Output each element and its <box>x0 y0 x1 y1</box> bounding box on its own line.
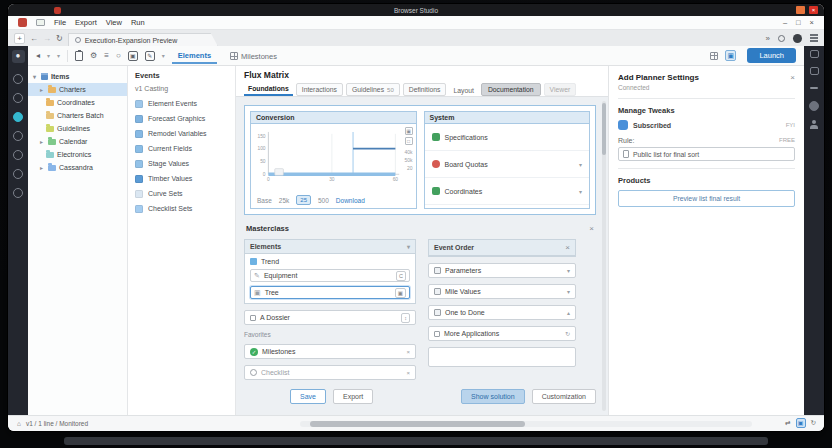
dossier-checkbox-row[interactable]: A Dossier ↕ <box>244 310 416 325</box>
tree-item-guidelines[interactable]: Guidelines <box>28 122 127 135</box>
canvas-scrollbar[interactable] <box>602 101 606 411</box>
system-row-board-quotas[interactable]: Board Quotas ▾ <box>425 151 590 178</box>
chevron-down-icon[interactable]: ▾ <box>579 161 582 168</box>
browser-menu-icon[interactable] <box>810 37 818 38</box>
tree-item-charters[interactable]: ▸ Charters <box>28 83 127 96</box>
profile-icon[interactable] <box>778 35 785 42</box>
tab-guidelines[interactable]: Guidelines 50 <box>346 83 400 96</box>
stepper[interactable]: ↕ <box>401 313 410 323</box>
subscribed-row[interactable]: Subscribed FYI <box>618 120 795 130</box>
layout-toggle-icon[interactable] <box>710 52 718 60</box>
system-panel-header[interactable]: System <box>425 112 590 124</box>
list-item[interactable]: Curve Sets <box>135 186 228 201</box>
nav-forward-icon[interactable]: → <box>43 34 51 43</box>
toolbar-tab-milestones[interactable]: Milestones <box>224 49 283 63</box>
activity-extra-icon[interactable] <box>13 188 23 198</box>
download-link[interactable]: Download <box>336 197 365 204</box>
remove-icon[interactable]: × <box>406 349 410 355</box>
footer-base[interactable]: Base <box>257 197 272 204</box>
chart-expand-icon[interactable]: ▣ <box>405 127 413 135</box>
focus-mode-icon[interactable] <box>809 101 819 111</box>
code-icon[interactable]: ✎ <box>145 51 155 61</box>
tree-item-coordinates[interactable]: Coordinates <box>28 96 127 109</box>
sync-icon[interactable]: ↻ <box>811 419 816 427</box>
feedback-icon[interactable] <box>810 67 819 75</box>
tree-field[interactable]: ▣ Tree ▣ <box>250 286 410 299</box>
tab-foundations[interactable]: Foundations <box>244 83 293 96</box>
chevron-down-icon[interactable]: ▾ <box>579 188 582 195</box>
launch-button[interactable]: Launch <box>747 48 796 63</box>
caret-right-icon[interactable]: ▸ <box>40 138 45 145</box>
system-row-coordinates[interactable]: Coordinates ▾ <box>425 178 590 205</box>
tree-item-cassandra[interactable]: ▸ Cassandra <box>28 161 127 174</box>
user-icon[interactable] <box>810 120 819 129</box>
browser-tab[interactable]: Execution-Expansion Preview <box>68 33 218 46</box>
chevron-down-icon[interactable]: ▾ <box>407 243 410 250</box>
code-dropdown-icon[interactable]: ▾ <box>162 53 165 59</box>
chevron-down-icon[interactable]: ▾ <box>567 267 570 274</box>
footer-chip[interactable]: 25 <box>296 195 311 205</box>
toolbar-tab-elements[interactable]: Elements <box>172 48 217 64</box>
list-item[interactable]: Timber Values <box>135 171 228 186</box>
conversion-panel-header[interactable]: Conversion <box>251 112 416 124</box>
menu-view[interactable]: View <box>106 18 122 27</box>
panel-close-icon[interactable]: × <box>565 243 570 252</box>
list-item[interactable]: Current Fields <box>135 141 228 156</box>
chevron-down-icon[interactable]: ▾ <box>567 288 570 295</box>
tree-root[interactable]: ▾ Items <box>28 70 127 83</box>
nav-back-icon[interactable]: ← <box>30 34 38 43</box>
toolbar-back-icon[interactable]: ◂ <box>36 52 40 60</box>
horizontal-scrollbar[interactable] <box>300 421 752 427</box>
tree-chip[interactable]: ▣ <box>395 288 406 298</box>
system-row-specifications[interactable]: Specifications <box>425 124 590 151</box>
tab-viewer[interactable]: Viewer <box>544 83 577 96</box>
menu-file[interactable]: File <box>54 18 66 27</box>
refresh-icon[interactable]: ↻ <box>565 330 570 337</box>
rule-input[interactable]: Public list for final sort <box>618 147 795 161</box>
equipment-field[interactable]: ✎ Equipment C <box>250 269 410 282</box>
preview-result-button[interactable]: Preview list final result <box>618 190 795 207</box>
more-applications-row[interactable]: More Applications ↻ <box>428 326 576 341</box>
tab-documentation[interactable]: Documentation <box>481 83 541 96</box>
activity-tools-icon[interactable] <box>13 93 23 103</box>
tab-definitions[interactable]: Definitions <box>403 83 447 96</box>
checkbox[interactable] <box>250 315 256 321</box>
activity-gear-icon[interactable] <box>13 74 23 84</box>
equipment-chip[interactable]: C <box>396 271 406 281</box>
maximize-icon[interactable]: □ <box>796 18 801 27</box>
tab-interactions[interactable]: Interactions <box>296 83 343 96</box>
activity-chat-icon[interactable] <box>13 169 23 179</box>
view-mode-icon[interactable]: ▣ <box>796 418 806 428</box>
footer-count[interactable]: 500 <box>318 197 329 204</box>
preview-toggle-icon[interactable]: ▣ <box>725 50 736 61</box>
nav-refresh-icon[interactable]: ↻ <box>56 34 63 43</box>
list-item[interactable]: Stage Values <box>135 156 228 171</box>
parameters-row[interactable]: Parameters ▾ <box>428 263 576 278</box>
list-icon[interactable]: ≡ <box>104 52 109 60</box>
toolbar-history-dropdown-icon[interactable]: ▾ <box>57 53 60 59</box>
tree-item-electronics[interactable]: Electronics <box>28 148 127 161</box>
inspector-close-icon[interactable]: × <box>790 73 795 82</box>
home-icon[interactable]: ⌂ <box>17 420 21 427</box>
conversion-panel[interactable]: Conversion 05010015003060 ▣ □ 40k 50k 20 <box>250 111 417 209</box>
close-icon[interactable]: × <box>810 18 814 27</box>
menu-run[interactable]: Run <box>131 18 145 27</box>
list-item[interactable]: Forecast Graphics <box>135 111 228 126</box>
export-button[interactable]: Export <box>333 389 373 404</box>
embed-icon[interactable]: ▣ <box>128 51 138 61</box>
clipboard-icon[interactable] <box>75 51 83 61</box>
system-panel[interactable]: System Specifications Board Quotas ▾ <box>424 111 591 209</box>
widget-container[interactable]: Conversion 05010015003060 ▣ □ 40k 50k 20 <box>244 105 596 215</box>
avatar[interactable] <box>793 34 802 43</box>
menu-export[interactable]: Export <box>75 18 97 27</box>
tree-item-charters-batch[interactable]: Charters Batch <box>28 109 127 122</box>
mile-values-row[interactable]: Mile Values ▾ <box>428 284 576 299</box>
chart-save-icon[interactable]: □ <box>405 137 413 145</box>
masterclass-close-icon[interactable]: × <box>589 224 594 233</box>
new-record-icon[interactable]: ○ <box>116 52 121 60</box>
caret-right-icon[interactable]: ▸ <box>40 86 45 93</box>
milestones-row[interactable]: ✓ Milestones × <box>244 344 416 359</box>
trend-row[interactable]: Trend <box>250 258 410 265</box>
list-item[interactable]: Checklist Sets <box>135 201 228 216</box>
customization-button[interactable]: Customization <box>532 389 596 404</box>
